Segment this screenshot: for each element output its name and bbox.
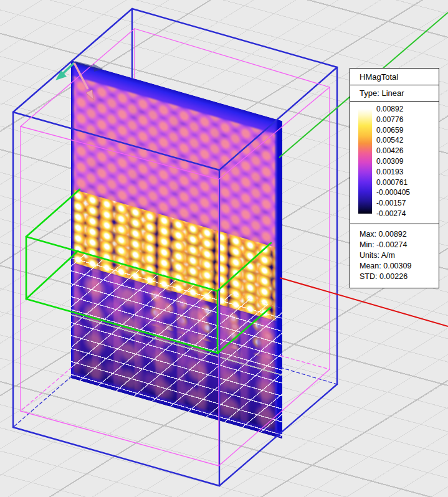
field-plot-plane bbox=[71, 60, 282, 438]
stat-mean: Mean: 0.00309 bbox=[360, 261, 437, 272]
stat-min: Min: -0.00274 bbox=[360, 240, 437, 250]
colorbar-tick: -0.00157 bbox=[376, 199, 410, 207]
colorbar-tick: 0.00193 bbox=[376, 168, 410, 176]
legend-color-scale: 0.00892 0.00776 0.00659 0.00542 0.00426 … bbox=[350, 102, 439, 224]
stat-std: STD: 0.00226 bbox=[360, 272, 437, 282]
colorbar-tick: -0.000405 bbox=[376, 189, 410, 196]
colorbar-tick: 0.00892 bbox=[376, 105, 410, 113]
colorbar-tick: 0.00309 bbox=[376, 158, 410, 165]
colorbar-tick: 0.00659 bbox=[376, 126, 410, 134]
colorbar bbox=[358, 109, 372, 214]
legend-statistics: Max: 0.00892 Min: -0.00274 Units: A/m Me… bbox=[350, 224, 439, 288]
colorbar-ticks: 0.00892 0.00776 0.00659 0.00542 0.00426 … bbox=[376, 105, 410, 217]
field-plot-legend[interactable]: HMagTotal Type: Linear 0.00892 0.00776 0… bbox=[350, 68, 439, 288]
colorbar-tick: 0.00542 bbox=[376, 136, 410, 144]
3d-viewport[interactable]: HMagTotal Type: Linear 0.00892 0.00776 0… bbox=[0, 0, 448, 497]
stat-max: Max: 0.00892 bbox=[360, 229, 437, 240]
stat-units: Units: A/m bbox=[360, 250, 437, 261]
legend-scale-type: Type: Linear bbox=[350, 85, 439, 102]
colorbar-tick: -0.00274 bbox=[376, 210, 410, 217]
colorbar-tick: 0.000761 bbox=[376, 179, 410, 186]
field-plane-right-edge-band bbox=[274, 118, 282, 438]
legend-title: HMagTotal bbox=[350, 69, 439, 85]
colorbar-tick: 0.00426 bbox=[376, 147, 410, 154]
field-plane-left-edge-band bbox=[71, 60, 75, 379]
colorbar-tick: 0.00776 bbox=[376, 116, 410, 123]
